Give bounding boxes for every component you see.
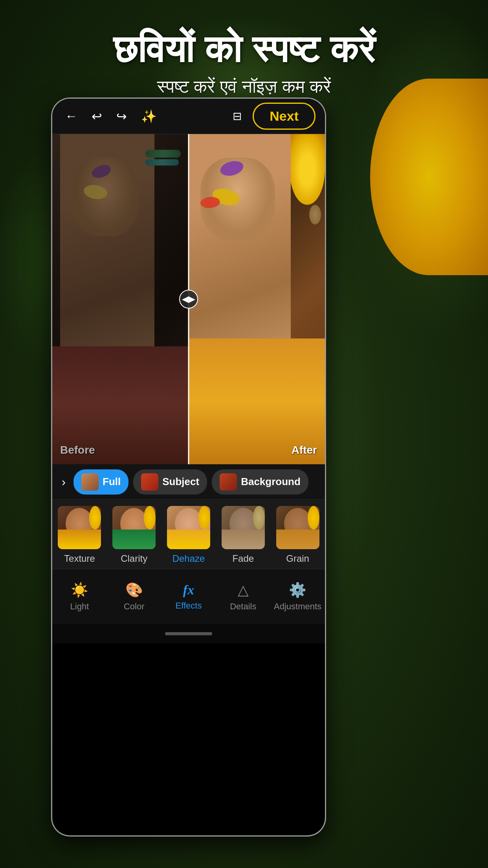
main-title-hindi: छवियों को स्पष्ट करें xyxy=(113,28,374,70)
effect-item-grain[interactable]: Grain xyxy=(270,506,325,564)
mask-tab-full[interactable]: Full xyxy=(73,469,128,495)
details-icon: △ xyxy=(238,582,249,598)
split-handle[interactable]: ◀▶ xyxy=(179,290,198,309)
gesture-bar xyxy=(52,624,325,644)
subject-tab-label: Subject xyxy=(162,476,199,488)
mask-tabs-bar: › Full Subject Background xyxy=(52,464,325,500)
after-flowers xyxy=(290,134,325,205)
nav-item-light[interactable]: ☀️ Light xyxy=(52,582,107,612)
dehaze-thumb-woman xyxy=(167,506,210,549)
nav-item-effects[interactable]: fx Effects xyxy=(161,583,216,611)
fade-label: Fade xyxy=(232,553,254,564)
sparkle-icon: ✨ xyxy=(141,109,157,124)
effects-icon: fx xyxy=(183,583,194,598)
texture-thumbnail xyxy=(58,506,101,549)
effects-nav-label: Effects xyxy=(176,601,202,611)
before-label: Before xyxy=(60,444,95,456)
mask-tab-background[interactable]: Background xyxy=(212,469,308,495)
before-panel: Before xyxy=(52,134,189,464)
compare-button[interactable]: ✨ xyxy=(138,106,160,127)
grain-thumb-woman xyxy=(276,506,319,549)
light-icon: ☀️ xyxy=(71,582,88,598)
texture-thumb-woman xyxy=(58,506,101,549)
gesture-pill xyxy=(165,632,212,635)
after-label: After xyxy=(292,444,317,456)
back-icon: ← xyxy=(65,109,77,123)
color-icon: 🎨 xyxy=(125,582,143,598)
bottom-navigation: ☀️ Light 🎨 Color fx Effects △ Details ⚙️… xyxy=(52,569,325,624)
effect-item-fade[interactable]: Fade xyxy=(216,506,270,564)
adjustments-icon: ⚙️ xyxy=(289,582,306,598)
nav-item-adjustments[interactable]: ⚙️ Adjustments xyxy=(270,582,325,612)
texture-label: Texture xyxy=(64,553,95,564)
subtitle-hindi: स्पष्ट करें एवं नॉइज़ कम करें xyxy=(157,76,331,97)
split-icon: ⊟ xyxy=(233,110,242,123)
after-panel: After xyxy=(189,134,325,464)
before-content xyxy=(52,134,189,464)
top-section: छवियों को स्पष्ट करें स्पष्ट करें एवं नॉ… xyxy=(0,0,488,110)
clarity-thumbnail xyxy=(112,506,156,549)
g5-body xyxy=(276,530,319,549)
next-button[interactable]: Next xyxy=(253,103,316,130)
background-tab-icon xyxy=(220,473,237,491)
subject-tab-icon xyxy=(141,473,158,491)
undo-icon: ↩ xyxy=(92,109,102,124)
clarity-label: Clarity xyxy=(121,553,147,564)
image-comparison-area: Before xyxy=(52,134,325,464)
c2-flowers xyxy=(144,506,156,530)
full-thumb xyxy=(81,473,99,491)
color-nav-label: Color xyxy=(124,601,145,612)
after-content xyxy=(189,134,325,464)
effect-item-clarity[interactable]: Clarity xyxy=(107,506,161,564)
full-tab-label: Full xyxy=(103,476,121,488)
d3-body xyxy=(167,530,210,549)
grain-overlay xyxy=(52,134,189,464)
c2-body xyxy=(112,530,156,549)
clarity-thumb-bg xyxy=(112,506,156,549)
undo-button[interactable]: ↩ xyxy=(88,106,105,127)
fade-thumbnail xyxy=(222,506,265,549)
d3-flowers xyxy=(198,506,210,530)
effect-item-dehaze[interactable]: Dehaze xyxy=(161,506,216,564)
device-frame: ← ↩ ↪ ✨ ⊟ Next xyxy=(51,97,326,837)
back-button[interactable]: ← xyxy=(62,106,81,127)
f4-flowers xyxy=(253,506,265,530)
t1-flowers xyxy=(89,506,101,530)
mask-tabs-arrow[interactable]: › xyxy=(59,475,69,489)
mask-tab-subject[interactable]: Subject xyxy=(133,469,207,495)
redo-icon: ↪ xyxy=(116,109,127,124)
background-tab-label: Background xyxy=(241,476,301,488)
split-compare-button[interactable]: ⊟ xyxy=(229,107,245,126)
dehaze-thumbnail xyxy=(167,506,210,549)
handle-arrows-icon: ◀▶ xyxy=(182,294,195,304)
light-nav-label: Light xyxy=(70,601,89,612)
dehaze-thumb-bg xyxy=(167,506,210,549)
redo-button[interactable]: ↪ xyxy=(113,106,130,127)
g5-flowers xyxy=(308,506,319,530)
effects-strip: Texture Clarity xyxy=(52,500,325,569)
nav-item-details[interactable]: △ Details xyxy=(216,582,270,612)
adjustments-nav-label: Adjustments xyxy=(274,601,321,612)
clarity-thumb-woman xyxy=(112,506,156,549)
full-tab-icon xyxy=(81,473,99,491)
grain-thumb-bg xyxy=(276,506,319,549)
f4-body xyxy=(222,530,265,549)
toolbar: ← ↩ ↪ ✨ ⊟ Next xyxy=(52,99,325,134)
fade-thumb-woman xyxy=(222,506,265,549)
arrow-right-icon: › xyxy=(62,475,66,488)
effect-item-texture[interactable]: Texture xyxy=(52,506,107,564)
t1-body xyxy=(58,530,101,549)
fade-thumb-bg xyxy=(222,506,265,549)
grain-thumbnail xyxy=(276,506,319,549)
details-nav-label: Details xyxy=(230,601,256,612)
texture-thumb-bg xyxy=(58,506,101,549)
dehaze-label: Dehaze xyxy=(172,553,205,564)
background-thumb xyxy=(220,473,237,491)
after-earring xyxy=(309,205,321,224)
subject-thumb xyxy=(141,473,158,491)
nav-item-color[interactable]: 🎨 Color xyxy=(107,582,161,612)
grain-label: Grain xyxy=(286,553,309,564)
